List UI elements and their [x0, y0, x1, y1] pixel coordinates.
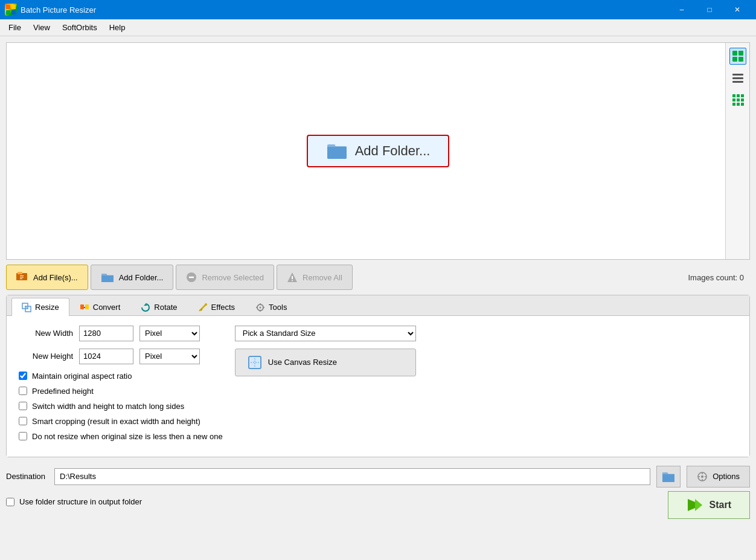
tab-convert-label: Convert — [93, 303, 121, 312]
add-folder-center-icon — [326, 142, 348, 160]
svg-rect-9 — [732, 77, 743, 79]
options-icon — [697, 471, 708, 482]
tab-resize-label: Resize — [35, 303, 59, 312]
add-folder-button[interactable]: Add Folder... — [91, 265, 174, 290]
browse-icon — [662, 470, 675, 483]
file-list-container: Add Folder... — [6, 42, 750, 260]
effects-icon — [198, 302, 208, 312]
tab-tools-label: Tools — [269, 303, 287, 312]
app-title: Batch Picture Resizer — [21, 5, 96, 14]
menu-help[interactable]: Help — [103, 21, 132, 34]
new-height-label: New Height — [19, 352, 73, 361]
menu-view[interactable]: View — [27, 21, 56, 34]
view-list-button[interactable] — [729, 69, 746, 86]
new-height-input[interactable] — [79, 349, 133, 364]
options-label: Options — [713, 472, 740, 481]
folder-structure-checkbox[interactable] — [6, 498, 14, 506]
view-grid-button[interactable] — [729, 91, 746, 108]
main-content: Add Folder... — [0, 36, 756, 560]
canvas-resize-button[interactable]: Use Canvas Resize — [235, 349, 416, 376]
svg-rect-4 — [732, 51, 737, 56]
resize-icon — [22, 302, 31, 312]
new-height-row: New Height Pixel Percent cm — [19, 349, 223, 364]
svg-rect-1 — [11, 5, 16, 9]
svg-rect-19 — [741, 103, 744, 106]
close-button[interactable]: ✕ — [723, 0, 751, 19]
svg-rect-12 — [737, 94, 740, 97]
new-width-input[interactable] — [79, 326, 133, 341]
convert-icon — [80, 302, 89, 312]
tab-convert[interactable]: Convert — [69, 298, 131, 316]
aspect-ratio-label: Maintain original aspect ratio — [32, 372, 132, 381]
minimize-button[interactable]: – — [668, 0, 696, 19]
new-width-unit-select[interactable]: Pixel Percent cm — [139, 326, 200, 341]
svg-rect-13 — [741, 94, 744, 97]
view-thumbnails-button[interactable] — [729, 48, 746, 65]
svg-point-37 — [205, 303, 207, 306]
svg-rect-0 — [6, 5, 10, 9]
tab-effects[interactable]: Effects — [188, 298, 246, 316]
tab-rotate[interactable]: Rotate — [130, 298, 187, 316]
svg-rect-24 — [20, 278, 22, 279]
standard-size-select[interactable]: Pick a Standard Size — [235, 326, 416, 341]
destination-label: Destination — [6, 472, 48, 481]
add-files-icon — [16, 272, 28, 283]
svg-rect-17 — [732, 103, 735, 106]
add-folder-icon — [101, 272, 114, 283]
svg-rect-7 — [738, 57, 743, 62]
new-width-label: New Width — [19, 329, 73, 338]
resize-form: New Width Pixel Percent cm New Height — [19, 326, 223, 447]
destination-row: Destination — [6, 466, 750, 488]
svg-rect-16 — [741, 98, 744, 101]
remove-all-icon — [287, 272, 298, 283]
remove-all-button[interactable]: Remove All — [277, 265, 353, 290]
svg-point-29 — [292, 280, 293, 282]
menu-softorbits[interactable]: SoftOrbits — [56, 21, 103, 34]
start-icon — [687, 498, 703, 512]
predefined-height-checkbox[interactable] — [19, 387, 27, 395]
svg-rect-23 — [20, 277, 24, 278]
destination-input[interactable] — [54, 468, 650, 485]
checkbox-smart-crop: Smart cropping (result in exact width an… — [19, 417, 223, 426]
tabs: Resize Convert — [7, 295, 749, 316]
svg-rect-33 — [80, 304, 84, 309]
menu-file[interactable]: File — [2, 21, 27, 34]
svg-rect-34 — [85, 304, 89, 309]
title-bar: Batch Picture Resizer – □ ✕ — [0, 0, 756, 19]
add-folder-center-label: Add Folder... — [355, 143, 431, 159]
resize-right-panel: Pick a Standard Size Use Canvas Resize — [235, 326, 416, 376]
switch-dimensions-checkbox[interactable] — [19, 402, 27, 410]
svg-rect-11 — [732, 94, 735, 97]
add-folder-label: Add Folder... — [119, 273, 164, 282]
remove-selected-button[interactable]: Remove Selected — [176, 265, 274, 290]
folder-structure-label: Use folder structure in output folder — [19, 497, 142, 506]
tab-tools[interactable]: Tools — [245, 298, 297, 316]
tab-panel: Resize Convert — [6, 295, 750, 457]
toolbar: Add File(s)... Add Folder... Remove Sele… — [6, 265, 750, 290]
no-resize-checkbox[interactable] — [19, 432, 27, 440]
new-width-row: New Width Pixel Percent cm — [19, 326, 223, 341]
svg-rect-5 — [738, 51, 743, 56]
remove-all-label: Remove All — [303, 273, 342, 282]
smart-crop-checkbox[interactable] — [19, 417, 27, 425]
svg-rect-15 — [737, 98, 740, 101]
tab-rotate-label: Rotate — [154, 303, 177, 312]
svg-rect-10 — [732, 81, 743, 83]
menu-bar: File View SoftOrbits Help — [0, 19, 756, 36]
tab-resize[interactable]: Resize — [11, 298, 69, 316]
maximize-button[interactable]: □ — [696, 0, 723, 19]
start-button[interactable]: Start — [668, 491, 750, 519]
add-files-label: Add File(s)... — [33, 273, 78, 282]
add-folder-center-button[interactable]: Add Folder... — [307, 135, 450, 167]
new-height-unit-select[interactable]: Pixel Percent cm — [139, 349, 200, 364]
add-files-button[interactable]: Add File(s)... — [6, 265, 88, 290]
aspect-ratio-checkbox[interactable] — [19, 372, 27, 380]
file-list-sidebar — [725, 43, 749, 259]
title-bar-controls: – □ ✕ — [668, 0, 751, 19]
svg-rect-18 — [737, 103, 740, 106]
switch-dimensions-label: Switch width and height to match long si… — [32, 402, 184, 411]
checkbox-no-resize: Do not resize when original size is less… — [19, 432, 223, 441]
options-button[interactable]: Options — [687, 466, 750, 488]
predefined-height-label: Predefined height — [32, 387, 94, 396]
browse-button[interactable] — [656, 466, 681, 488]
